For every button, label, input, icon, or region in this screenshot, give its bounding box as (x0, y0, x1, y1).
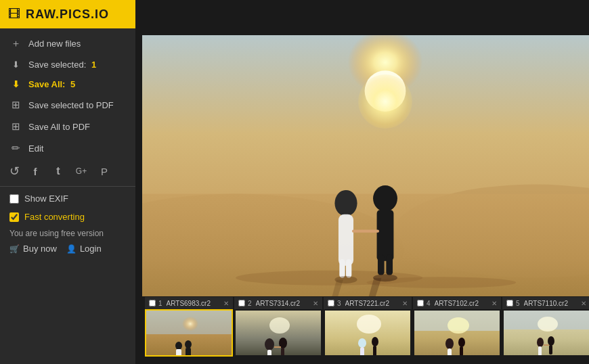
svg-rect-31 (267, 350, 271, 357)
svg-rect-38 (360, 347, 364, 357)
thumb-checkbox-4[interactable] (417, 300, 424, 306)
thumb-close-3[interactable]: ✕ (402, 300, 408, 307)
free-version-text: You are using free version (0, 226, 135, 241)
sidebar-item-save-all[interactable]: ⬇ Save All: 5 (0, 74, 135, 94)
thumb-checkbox-2[interactable] (238, 300, 245, 306)
save-pdf-all-label: Save All to PDF (28, 122, 126, 132)
save-pdf-selected-label: Save selected to PDF (28, 100, 126, 110)
edit-label: Edit (28, 143, 126, 154)
thumb-label-4: 4 ARTS7102.cr2 ✕ (413, 297, 501, 309)
thumb-img-2 (236, 311, 322, 357)
save-pdf-selected-icon: ⊞ (9, 99, 22, 111)
sidebar-item-save-pdf-all[interactable]: ⊞ Save All to PDF (0, 116, 135, 137)
svg-point-37 (358, 338, 366, 348)
thumb-name-4: ARTS7102.cr2 (435, 300, 479, 307)
svg-rect-15 (386, 254, 393, 275)
pinterest-icon[interactable]: P (97, 166, 112, 177)
thumb-name-3: ARTS7221.cr2 (345, 300, 389, 307)
svg-rect-54 (549, 345, 552, 355)
show-exif-label: Show EXIF (24, 194, 68, 204)
sidebar: ＋ Add new files ⬇ Save selected: 1 ⬇ Sav… (0, 28, 135, 364)
thumb-img-wrapper-4 (413, 309, 501, 357)
google-plus-icon[interactable]: G+ (74, 166, 89, 176)
thumb-img-wrapper-5 (502, 309, 589, 357)
app-title: RAW.PICS.IO (26, 7, 109, 22)
svg-point-36 (357, 315, 381, 334)
divider-1 (0, 186, 135, 187)
tumblr-icon[interactable]: t (51, 165, 66, 177)
thumb-label-2: 2 ARTS7314.cr2 ✕ (234, 297, 322, 309)
edit-icon: ✏ (9, 142, 22, 154)
thumb-checkbox-3[interactable] (328, 300, 334, 306)
svg-rect-14 (378, 254, 385, 275)
svg-rect-13 (377, 210, 394, 261)
add-files-icon: ＋ (9, 37, 22, 50)
svg-point-39 (372, 337, 378, 346)
svg-point-24 (175, 342, 182, 350)
app-icon: 🎞 (8, 7, 20, 22)
sidebar-item-save-pdf-selected[interactable]: ⊞ Save selected to PDF (0, 94, 135, 116)
show-exif-checkbox[interactable] (9, 194, 19, 204)
svg-point-23 (177, 315, 204, 340)
thumb-close-2[interactable]: ✕ (313, 300, 318, 307)
svg-point-44 (445, 338, 454, 349)
main-image-container (142, 35, 589, 296)
thumb-img-3 (325, 311, 412, 357)
buy-now-button[interactable]: 🛒 Buy now (9, 244, 57, 254)
save-pdf-all-icon: ⊞ (9, 120, 22, 133)
login-icon: 👤 (66, 244, 77, 254)
thumb-checkbox-1[interactable] (149, 300, 156, 306)
thumb-label-3: 3 ARTS7221.cr2 ✕ (324, 297, 412, 309)
thumb-img-wrapper-2 (234, 309, 322, 357)
svg-rect-33 (281, 348, 284, 357)
thumb-close-1[interactable]: ✕ (223, 300, 229, 307)
thumb-checkbox-5[interactable] (506, 300, 513, 306)
thumb-name-5: ARTS7110.cr2 (524, 300, 568, 307)
svg-rect-10 (339, 259, 345, 278)
svg-point-53 (548, 336, 554, 346)
thumb-label-1: 1 ARTS6983.cr2 ✕ (145, 297, 233, 309)
svg-rect-47 (460, 346, 463, 356)
save-selected-count: 1 (91, 60, 96, 70)
fast-converting-row[interactable]: Fast converting (0, 208, 135, 226)
sidebar-item-edit[interactable]: ✏ Edit (0, 137, 135, 159)
facebook-icon[interactable]: f (28, 166, 43, 177)
thumb-img-wrapper-1 (145, 309, 233, 357)
svg-point-51 (537, 338, 544, 347)
login-button[interactable]: 👤 Login (66, 244, 102, 254)
sidebar-item-add-files[interactable]: ＋ Add new files (0, 32, 135, 55)
thumbnail-item-3[interactable]: 3 ARTS7221.cr2 ✕ (324, 297, 412, 357)
thumb-close-4[interactable]: ✕ (492, 300, 497, 307)
share-icon: ↺ (9, 164, 20, 179)
save-all-label: Save All: 5 (28, 79, 126, 89)
svg-point-8 (334, 190, 357, 217)
svg-rect-40 (373, 346, 376, 357)
thumb-name-2: ARTS7314.cr2 (256, 300, 300, 307)
svg-point-30 (265, 338, 274, 350)
fast-converting-label: Fast converting (24, 212, 85, 222)
content-area: 1 ARTS6983.cr2 ✕ (135, 28, 589, 364)
sidebar-item-save-selected[interactable]: ⬇ Save selected: 1 (0, 55, 135, 74)
cart-icon: 🛒 (9, 244, 20, 254)
save-selected-icon: ⬇ (9, 60, 22, 70)
app-header: 🎞 RAW.PICS.IO (0, 0, 135, 28)
svg-point-46 (458, 338, 465, 347)
show-exif-row[interactable]: Show EXIF (0, 189, 135, 208)
thumbnail-strip: 1 ARTS6983.cr2 ✕ (142, 296, 589, 357)
fast-converting-checkbox[interactable] (9, 212, 19, 222)
thumb-close-5[interactable]: ✕ (581, 300, 586, 307)
main-image-svg (142, 35, 589, 296)
thumbnail-item-4[interactable]: 4 ARTS7102.cr2 ✕ (413, 297, 501, 357)
thumb-img-4 (414, 311, 501, 357)
thumbnail-item-1[interactable]: 1 ARTS6983.cr2 ✕ (145, 297, 233, 357)
add-files-label: Add new files (28, 39, 126, 49)
svg-point-29 (269, 317, 290, 334)
svg-point-12 (373, 185, 397, 212)
save-selected-label: Save selected: 1 (28, 60, 126, 70)
thumb-label-5: 5 ARTS7110.cr2 ✕ (502, 297, 589, 309)
thumb-svg-1 (146, 311, 233, 357)
main-image (142, 35, 589, 296)
thumbnail-item-2[interactable]: 2 ARTS7314.cr2 ✕ (234, 297, 322, 357)
thumb-img-5 (504, 311, 589, 357)
thumbnail-item-5[interactable]: 5 ARTS7110.cr2 ✕ (502, 297, 589, 357)
